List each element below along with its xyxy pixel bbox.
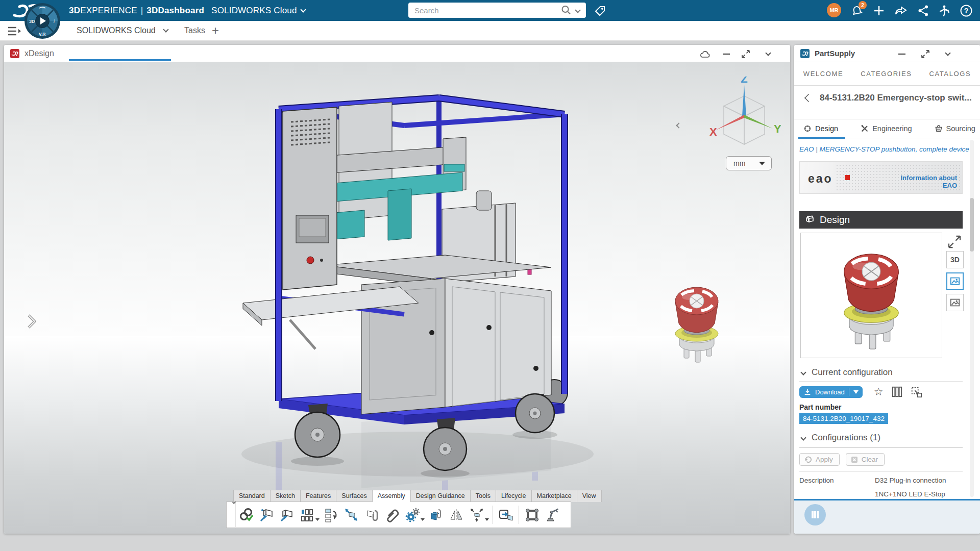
insert-component-icon[interactable] bbox=[256, 504, 277, 526]
panel-menu-chevron-icon[interactable] bbox=[942, 48, 953, 60]
preview-3d-button[interactable]: 3D bbox=[946, 251, 964, 268]
partsupply-header: PartSupply bbox=[794, 45, 980, 62]
part-preview-image[interactable] bbox=[800, 233, 942, 358]
favorite-star-icon[interactable]: ☆ bbox=[874, 387, 884, 397]
refresh-icon bbox=[804, 455, 813, 464]
robot-icon[interactable] bbox=[542, 504, 562, 526]
frame-structure-icon[interactable] bbox=[522, 504, 542, 526]
table-view-toggle-button[interactable] bbox=[804, 504, 826, 525]
avatar[interactable]: MR bbox=[827, 3, 841, 17]
notification-badge: 2 bbox=[859, 1, 867, 9]
add-tab-button[interactable]: + bbox=[212, 21, 219, 40]
part-number-value[interactable]: 84-5131.2B20_19017_432 bbox=[799, 413, 888, 424]
toolbar-tab-sketch[interactable]: Sketch bbox=[270, 490, 301, 502]
svg-text:?: ? bbox=[964, 7, 969, 15]
supplier-link[interactable]: EAO | MERGENCY-STOP pushbutton, complete… bbox=[799, 145, 968, 153]
toolbar-tab-tools[interactable]: Tools bbox=[470, 490, 496, 502]
image-icon bbox=[949, 276, 961, 287]
brand-title[interactable]: 3DEXPERIENCE | 3DDashboard SOLIDWORKS Cl… bbox=[69, 0, 305, 21]
toolbar-tab-assembly[interactable]: Assembly bbox=[372, 490, 411, 502]
maximize-icon[interactable] bbox=[920, 48, 931, 60]
tab-solidworks-cloud[interactable]: SOLIDWORKS Cloud bbox=[77, 21, 168, 40]
tab-engineering[interactable]: Engineering bbox=[861, 124, 912, 133]
window-menu-chevron-icon[interactable] bbox=[763, 48, 774, 60]
toolbar-tab-features[interactable]: Features bbox=[300, 490, 336, 502]
apply-button[interactable]: Apply bbox=[799, 453, 840, 466]
minimize-icon[interactable] bbox=[896, 48, 908, 60]
help-icon[interactable]: ? bbox=[958, 0, 975, 21]
tab-tasks[interactable]: Tasks bbox=[184, 21, 205, 40]
attach-paperclip-icon[interactable] bbox=[382, 504, 402, 526]
component-icon[interactable] bbox=[277, 504, 297, 526]
collapse-triad-chevron-icon[interactable] bbox=[674, 119, 685, 133]
minimize-icon[interactable] bbox=[721, 48, 732, 60]
compare-icon[interactable] bbox=[910, 386, 922, 398]
tab-design[interactable]: Design bbox=[803, 124, 838, 133]
units-dropdown[interactable]: mm bbox=[726, 156, 772, 170]
expand-left-panel-icon[interactable] bbox=[24, 311, 39, 332]
nav-tab-welcome[interactable]: WELCOME bbox=[803, 70, 843, 78]
maximize-icon[interactable] bbox=[740, 48, 751, 60]
tab-sourcing[interactable]: Sourcing bbox=[935, 124, 975, 133]
search-input[interactable] bbox=[408, 6, 560, 15]
xdesign-window: xDesign bbox=[4, 45, 790, 534]
nav-tab-categories[interactable]: CATEGORIES bbox=[861, 70, 912, 78]
toolbar-tab-view[interactable]: View bbox=[577, 490, 602, 502]
axis-triad[interactable]: Z X Y bbox=[704, 77, 781, 153]
3d-viewport[interactable]: Z X Y mm Standard Sketch Features Surfac… bbox=[4, 62, 790, 534]
derive-component-icon[interactable] bbox=[361, 504, 382, 526]
units-value: mm bbox=[733, 159, 759, 167]
mechanism-gears-icon[interactable] bbox=[402, 504, 423, 526]
menu-toggle-icon[interactable] bbox=[7, 26, 22, 36]
share-forward-icon[interactable] bbox=[892, 0, 910, 21]
current-configuration-section[interactable]: Current configuration bbox=[799, 367, 963, 382]
panel-scrollbar[interactable] bbox=[970, 140, 974, 497]
search-bar[interactable] bbox=[408, 3, 586, 18]
nav-tab-catalogs[interactable]: CATALOGS bbox=[929, 70, 971, 78]
toolbar-tab-design-guidance[interactable]: Design Guidance bbox=[410, 490, 471, 502]
expand-preview-icon[interactable] bbox=[947, 235, 962, 249]
clear-button[interactable]: Clear bbox=[846, 453, 885, 466]
exploded-view-icon[interactable] bbox=[467, 504, 487, 526]
share-nodes-icon[interactable] bbox=[915, 0, 932, 21]
toolbar-tab-lifecycle[interactable]: Lifecycle bbox=[496, 490, 532, 502]
linear-pattern-icon[interactable] bbox=[297, 504, 317, 526]
3dexperience-compass[interactable]: 3D i V.R bbox=[23, 2, 61, 40]
tab-chevron-icon[interactable] bbox=[163, 27, 168, 32]
add-content-icon[interactable] bbox=[871, 0, 887, 21]
axis-x-label: X bbox=[709, 126, 717, 138]
toolbar-tab-surfaces[interactable]: Surfaces bbox=[336, 490, 372, 502]
cloud-status-icon[interactable] bbox=[699, 48, 710, 60]
3ds-community-icon[interactable] bbox=[936, 0, 953, 21]
columns-icon bbox=[810, 510, 820, 520]
configurations-section[interactable]: Configurations (1) bbox=[799, 433, 963, 447]
dragged-part-emergency-stop[interactable] bbox=[658, 277, 735, 363]
supplier-banner[interactable]: eao Information about EAO bbox=[799, 161, 963, 194]
search-icon[interactable] bbox=[560, 5, 572, 16]
description-value-2: 1NC+1NO LED E-Stop bbox=[875, 490, 945, 498]
assembly-structure-icon[interactable] bbox=[321, 504, 341, 526]
columns-view-icon[interactable] bbox=[891, 386, 903, 398]
preview-image-button-2[interactable] bbox=[946, 294, 964, 311]
search-scope-chevron-icon[interactable] bbox=[575, 7, 580, 13]
smart-insert-icon[interactable] bbox=[496, 504, 516, 526]
banner-info-link[interactable]: Information about EAO bbox=[901, 174, 958, 189]
toolbar-tab-standard[interactable]: Standard bbox=[233, 490, 271, 502]
chevron-down-icon[interactable] bbox=[300, 7, 306, 12]
fastener-icon[interactable] bbox=[426, 504, 446, 526]
download-button[interactable]: Download bbox=[799, 386, 863, 398]
mate-icon[interactable] bbox=[236, 504, 256, 526]
back-chevron-icon[interactable] bbox=[804, 94, 813, 102]
panel-footer bbox=[794, 499, 980, 534]
preview-image-button-selected[interactable] bbox=[946, 272, 964, 290]
partsupply-panel: PartSupply WELCOME CATEGORIES CATALOGS 8… bbox=[794, 45, 980, 534]
toolbar-collapse-chevron-icon[interactable] bbox=[229, 502, 236, 528]
mirror-icon[interactable] bbox=[446, 504, 467, 526]
tag-icon[interactable] bbox=[593, 4, 606, 17]
scrollbar-thumb[interactable] bbox=[970, 198, 974, 252]
design-section-header: Design bbox=[799, 211, 963, 229]
brand-dashboard: 3DDashboard bbox=[146, 6, 204, 16]
engineering-tab-icon bbox=[861, 124, 869, 133]
move-component-icon[interactable] bbox=[341, 504, 361, 526]
toolbar-tab-marketplace[interactable]: Marketplace bbox=[531, 490, 577, 502]
